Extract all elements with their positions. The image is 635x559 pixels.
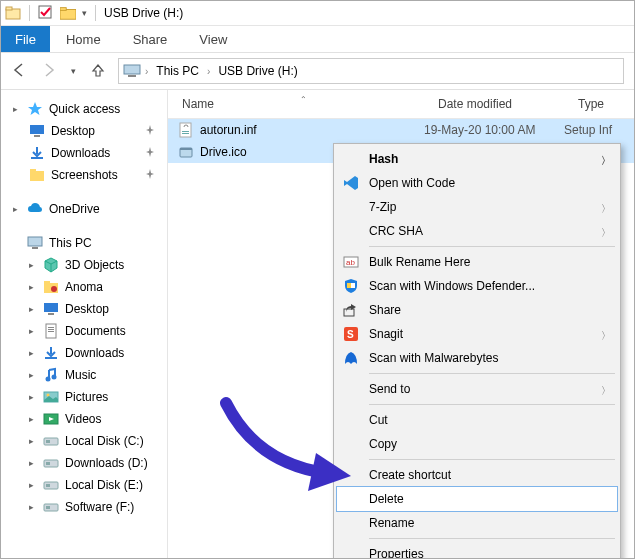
tree-item[interactable]: ▸Documents [13,320,163,342]
menu-item[interactable]: Create shortcut [337,463,617,487]
tree-onedrive[interactable]: ▸ OneDrive [13,198,163,220]
context-menu: Hash〉Open with Code7-Zip〉CRC SHA〉abBulk … [333,143,621,559]
star-icon [27,101,43,117]
menu-item-label: Rename [369,516,414,530]
menu-item-label: Properties [369,547,424,559]
tree-screenshots[interactable]: Screenshots [13,164,163,186]
qat-checkbox-icon[interactable] [38,5,54,21]
crumb-current[interactable]: USB Drive (H:) [214,64,301,78]
file-tab[interactable]: File [1,26,50,52]
chevron-right-icon: 〉 [601,226,611,240]
svg-rect-45 [347,283,351,288]
folder-icon [29,167,45,183]
nav-tree[interactable]: ▸ Quick access Desktop Downloads Screens [1,90,168,559]
menu-item-label: Snagit [369,327,403,341]
menu-item-label: Scan with Malwarebytes [369,351,498,365]
up-button[interactable] [90,62,106,81]
svg-rect-46 [344,309,354,316]
svg-rect-7 [30,125,44,134]
tree-item[interactable]: ▸Videos [13,408,163,430]
menu-item[interactable]: Send to〉 [337,377,617,401]
tree-item[interactable]: ▸Local Disk (C:) [13,430,163,452]
app-icon [5,5,21,21]
tab-home[interactable]: Home [50,26,117,52]
recent-dropdown[interactable]: ▾ [71,66,76,76]
tree-item-icon [43,323,59,339]
tree-item[interactable]: ▸Anoma [13,276,163,298]
pin-icon [145,168,155,182]
tree-item-icon [43,301,59,317]
tab-view[interactable]: View [183,26,243,52]
tree-item[interactable]: ▸Music [13,364,163,386]
menu-item[interactable]: abBulk Rename Here [337,250,617,274]
svg-rect-22 [48,331,54,332]
snagit-icon: S [343,326,359,342]
menu-item[interactable]: Hash〉 [337,147,617,171]
svg-point-25 [52,375,57,380]
menu-item[interactable]: Scan with Windows Defender... [337,274,617,298]
pin-icon [145,124,155,138]
menu-item[interactable]: Delete [337,487,617,511]
breadcrumb[interactable]: › This PC › USB Drive (H:) [118,58,624,84]
back-button[interactable] [11,62,27,81]
tree-item[interactable]: ▸Desktop [13,298,163,320]
share-icon [343,302,359,318]
tree-item[interactable]: ▸Local Disk (E:) [13,474,163,496]
tree-this-pc[interactable]: This PC [13,232,163,254]
menu-item-label: CRC SHA [369,224,423,238]
file-row[interactable]: autorun.inf 19-May-20 10:00 AM Setup Inf [168,119,634,141]
menu-item[interactable]: Scan with Malwarebytes [337,346,617,370]
svg-rect-4 [60,8,66,11]
sort-indicator-icon: ⌃ [300,95,307,104]
menu-item[interactable]: 7-Zip〉 [337,195,617,219]
svg-rect-30 [46,440,50,443]
column-type[interactable]: Type [578,97,634,111]
tree-desktop[interactable]: Desktop [13,120,163,142]
svg-rect-36 [46,506,50,509]
column-name[interactable]: Name [182,97,214,111]
crumb-this-pc[interactable]: This PC [152,64,203,78]
column-headers[interactable]: ⌃Name Date modified Type [168,90,634,119]
tree-quick-access[interactable]: ▸ Quick access [13,98,163,120]
tree-downloads[interactable]: Downloads [13,142,163,164]
menu-item[interactable]: Cut [337,408,617,432]
forward-button[interactable] [41,62,57,81]
tree-item[interactable]: ▸Downloads (D:) [13,452,163,474]
menu-item-label: Copy [369,437,397,451]
column-date[interactable]: Date modified [438,97,578,111]
svg-rect-3 [60,9,76,19]
downloads-icon [29,145,45,161]
menu-item[interactable]: Share [337,298,617,322]
tree-item-icon [43,455,59,471]
tree-item[interactable]: ▸3D Objects [13,254,163,276]
chevron-right-icon[interactable]: › [145,66,148,77]
ribbon-tabs: File Home Share View [1,26,634,53]
tab-share[interactable]: Share [117,26,184,52]
menu-item[interactable]: Properties [337,542,617,559]
tree-item-icon [43,477,59,493]
chevron-right-icon: 〉 [601,154,611,168]
tree-item-icon [43,257,59,273]
chevron-right-icon: 〉 [601,202,611,216]
defender-icon [343,278,359,294]
menu-item-label: Hash [369,152,398,166]
pc-icon [27,235,43,251]
explorer-window: ▾ USB Drive (H:) File Home Share View ▾ … [0,0,635,559]
menu-item[interactable]: SSnagit〉 [337,322,617,346]
svg-rect-10 [30,171,44,181]
tree-item[interactable]: ▸Pictures [13,386,163,408]
pin-icon [145,146,155,160]
tree-item-icon [43,367,59,383]
menu-item[interactable]: Open with Code [337,171,617,195]
svg-rect-18 [48,313,54,315]
chevron-right-icon[interactable]: › [207,66,210,77]
menu-item[interactable]: CRC SHA〉 [337,219,617,243]
menu-item[interactable]: Rename [337,511,617,535]
tree-item[interactable]: ▸Software (F:) [13,496,163,518]
menu-item-label: Send to [369,382,410,396]
pc-icon [123,63,141,79]
file-type: Setup Inf [564,123,634,137]
menu-item[interactable]: Copy [337,432,617,456]
svg-rect-11 [30,169,36,172]
tree-item[interactable]: ▸Downloads [13,342,163,364]
